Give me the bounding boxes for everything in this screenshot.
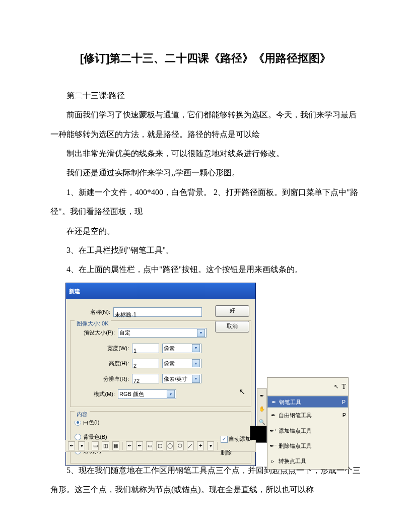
paragraph: 我们还是通过实际制作来学习,,学画一颗心形图。	[50, 163, 361, 182]
flyout-item-delete-anchor[interactable]: ✒⁻ 删除锚点工具	[267, 438, 348, 453]
paragraph: 4、在上面的属性栏，点中"路径"按钮。这个按钮是用来画线条的。	[50, 260, 361, 279]
delete-anchor-icon: ✒⁻	[269, 442, 277, 449]
custom-shape-icon[interactable]: ✦	[197, 441, 204, 450]
flyout-item-label: 转换点工具	[279, 454, 306, 468]
flyout-item-freeform-pen[interactable]: ✒ 自由钢笔工具 P	[267, 408, 348, 423]
flyout-item-key: P	[339, 409, 346, 422]
separator	[217, 442, 218, 450]
type-tool-icon[interactable]: T	[341, 378, 346, 395]
paragraph: 第二十三课:路径	[50, 86, 361, 105]
chevron-down-icon: ▾	[192, 344, 200, 352]
height-unit-select[interactable]: 像素 ▾	[162, 359, 201, 368]
pen-tool-flyout: ↖ T ✒ 钢笔工具 P ✒ 自由钢笔工具 P ✒⁺ 添加锚点工具 ✒⁻ 删除锚…	[267, 377, 349, 470]
contents-legend: 内容	[75, 408, 90, 421]
name-input[interactable]: 未标题-1	[113, 307, 202, 317]
width-unit-select[interactable]: 像素 ▾	[162, 344, 201, 353]
preset-select[interactable]: 自定 ▾	[118, 328, 207, 338]
path-select-icon[interactable]: ↖	[334, 380, 338, 393]
preset-value: 自定	[119, 326, 130, 339]
radio-dot-icon	[75, 434, 81, 440]
width-label: 宽度(W):	[95, 342, 132, 355]
freeform-pen-icon[interactable]: ✒	[136, 441, 143, 450]
mode-select[interactable]: RGB 颜色 ▾	[118, 389, 176, 399]
flyout-item-convert-point[interactable]: ▹ 转换点工具	[267, 453, 348, 469]
flyout-item-label: 钢笔工具	[279, 395, 301, 409]
add-anchor-icon: ✒⁺	[269, 427, 277, 434]
paths-icon[interactable]: ◫	[102, 441, 109, 450]
separator	[88, 442, 89, 450]
width-input[interactable]: 1	[132, 344, 159, 353]
resolution-unit-select[interactable]: 像素/英寸 ▾	[162, 374, 201, 383]
pen-icon: ✒	[270, 398, 277, 406]
paragraph: 制出非常光滑优美的线条来，可以很随意地对线条进行修改。	[50, 144, 361, 163]
dialog-titlebar: 新建	[66, 283, 255, 299]
paragraph: 1、新建一个文件，400*400，白色背景。 2、打开路径面板。到窗口菜单下点中…	[50, 183, 361, 222]
height-label: 高度(H):	[95, 357, 132, 370]
rectangle-icon[interactable]: ▭	[146, 441, 153, 450]
resolution-unit: 像素/英寸	[164, 372, 187, 385]
polygon-icon[interactable]: ⬠	[177, 441, 184, 450]
flyout-item-add-anchor[interactable]: ✒⁺ 添加锚点工具	[267, 423, 348, 438]
width-unit: 像素	[164, 342, 175, 355]
chevron-down-icon[interactable]: ▾	[207, 441, 214, 450]
resolution-input[interactable]: 72	[132, 374, 159, 383]
fill-pixels-icon[interactable]: ▦	[112, 441, 119, 450]
ellipse-icon[interactable]: ◯	[166, 441, 173, 450]
auto-add-delete-checkbox[interactable]: ✓自动添加/删除	[221, 432, 253, 459]
height-unit: 像素	[164, 357, 175, 370]
page-title: [修订]第二十三、二十四课《路径》《用路径抠图》	[50, 45, 361, 72]
convert-point-icon: ▹	[269, 458, 277, 465]
flyout-item-pen[interactable]: ✒ 钢笔工具 P	[267, 396, 348, 408]
paragraph: 前面我们学习了快速蒙板与通道，它们都能够转换为选区。今天，我们来学习最后一种能够…	[50, 105, 361, 144]
flyout-item-label: 删除锚点工具	[279, 439, 312, 452]
pen-icon[interactable]: ✒	[68, 441, 75, 450]
flyout-item-label: 添加锚点工具	[279, 424, 312, 437]
hand-tool-icon[interactable]: ✋	[259, 403, 265, 415]
flyout-item-label: 自由钢笔工具	[279, 409, 312, 422]
flyout-item-key: P	[339, 395, 346, 409]
ok-button[interactable]: 好	[215, 305, 249, 317]
shape-layers-icon[interactable]: ▭	[92, 441, 99, 450]
chevron-down-icon: ▾	[167, 390, 175, 398]
mini-toolbar: ✒ ✋ 🔍	[257, 388, 267, 430]
chevron-down-icon: ▾	[192, 359, 200, 367]
chevron-down-icon: ▾	[192, 375, 200, 383]
freeform-pen-icon: ✒	[269, 412, 277, 419]
chevron-down-icon[interactable]: ▾	[78, 441, 85, 450]
pen-tool-icon[interactable]: ✒	[260, 390, 264, 402]
separator	[122, 442, 123, 450]
mode-value: RGB 颜色	[119, 387, 144, 401]
paragraph: 在还是空的。	[50, 222, 361, 241]
cursor-icon: ↖	[239, 382, 245, 402]
image-size-legend: 图像大小: 0K	[75, 317, 111, 330]
mode-label: 模式(M):	[75, 387, 118, 401]
height-input[interactable]: 2	[132, 359, 159, 368]
paragraph: 3、在工具栏找到"钢笔工具"。	[50, 241, 361, 260]
rounded-rect-icon[interactable]: ▢	[156, 441, 163, 450]
checkbox-icon: ✓	[221, 436, 228, 443]
resolution-label: 分辨率(R):	[95, 372, 132, 385]
pen-icon[interactable]: ✒	[126, 441, 133, 450]
options-bar: ✒ ▾ ▭ ◫ ▦ ✒ ✒ ▭ ▢ ◯ ⬠ ／ ✦ ▾ ✓自动添加/删除	[65, 440, 256, 452]
embedded-screenshot: 新建 好 取消 名称(N): 未标题-1 图像大小: 0K 预设大小(P): 自…	[65, 283, 349, 452]
radio-white[interactable]: 白色(I)	[75, 416, 247, 429]
line-icon[interactable]: ／	[187, 441, 194, 450]
chevron-down-icon: ▾	[197, 329, 205, 337]
